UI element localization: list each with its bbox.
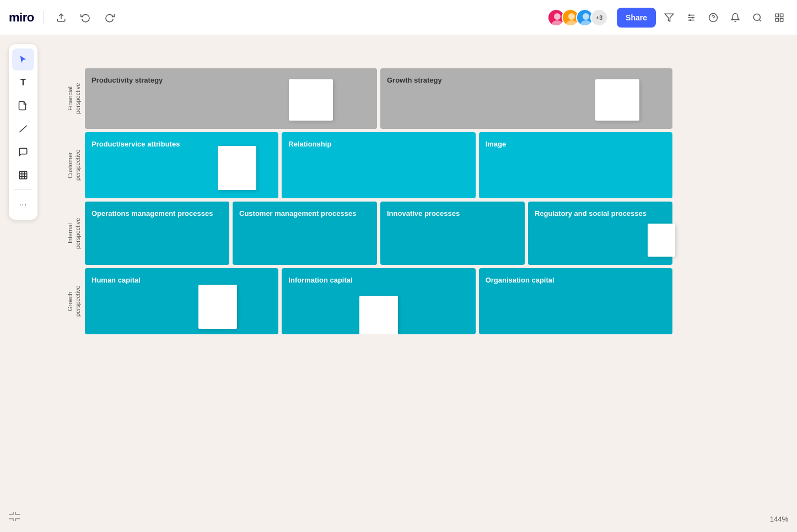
human-capital-cell[interactable]: Human capital: [85, 268, 278, 334]
svg-point-16: [753, 14, 760, 20]
expand-button[interactable]: [9, 512, 20, 523]
zoom-indicator: 144%: [770, 515, 788, 523]
avatar-extra-count: +3: [590, 9, 608, 26]
notifications-icon[interactable]: [726, 9, 744, 26]
image-title: Image: [486, 140, 507, 148]
human-capital-title: Human capital: [91, 276, 141, 284]
image-cell[interactable]: Image: [479, 132, 672, 198]
operations-cell[interactable]: Operations management processes: [85, 202, 229, 265]
expand-icon: [9, 512, 20, 521]
more-icon: ···: [19, 200, 28, 209]
financial-label: Financialperspective: [66, 68, 82, 129]
financial-row-content: Productivity strategy Growth strategy: [85, 68, 672, 129]
select-tool-button[interactable]: [12, 48, 34, 70]
customer-mgmt-title: Customer management processes: [239, 209, 356, 218]
line-icon: [18, 124, 28, 134]
regulatory-sticky: [648, 224, 675, 257]
board: Financialperspective Productivity strate…: [66, 68, 672, 334]
svg-point-13: [690, 19, 691, 21]
product-service-sticky: [218, 146, 256, 190]
undo-button[interactable]: [77, 9, 94, 26]
human-capital-sticky: [198, 285, 237, 329]
svg-point-12: [692, 17, 694, 18]
internal-label: Internalperspective: [66, 202, 82, 265]
information-capital-title: Information capital: [288, 276, 352, 284]
share-button[interactable]: Share: [617, 8, 656, 28]
growth-row: Growthperspective Human capital Informat…: [66, 268, 672, 334]
svg-marker-7: [665, 14, 674, 21]
board-menu-icon[interactable]: [771, 9, 788, 26]
innovative-title: Innovative processes: [387, 209, 460, 218]
svg-line-22: [19, 126, 27, 132]
financial-row: Financialperspective Productivity strate…: [66, 68, 672, 129]
relationship-cell[interactable]: Relationship: [282, 132, 475, 198]
internal-row-content: Operations management processes Customer…: [85, 202, 672, 265]
cursor-icon: [18, 55, 28, 64]
relationship-title: Relationship: [288, 140, 331, 148]
information-capital-cell[interactable]: Information capital: [282, 268, 475, 334]
upload-button[interactable]: [52, 9, 70, 26]
svg-point-1: [554, 13, 561, 20]
svg-point-4: [566, 20, 577, 26]
svg-rect-21: [780, 18, 783, 21]
topbar-right: +3 Share: [547, 8, 788, 28]
svg-point-6: [580, 20, 591, 26]
topbar-left: miro: [9, 9, 547, 26]
operations-title: Operations management processes: [91, 209, 213, 218]
settings-icon[interactable]: [682, 9, 700, 26]
search-icon[interactable]: [748, 9, 766, 26]
svg-point-3: [568, 13, 575, 20]
topbar: miro: [0, 0, 797, 35]
line-tool-button[interactable]: [12, 118, 34, 140]
comment-tool-button[interactable]: [12, 141, 34, 163]
product-service-title: Product/service attributes: [91, 140, 180, 148]
svg-rect-20: [776, 18, 778, 21]
sticky-icon: [18, 101, 28, 111]
help-icon[interactable]: [704, 9, 722, 26]
productivity-strategy-cell[interactable]: Productivity strategy: [85, 68, 377, 129]
svg-point-11: [689, 14, 691, 16]
product-service-cell[interactable]: Product/service attributes: [85, 132, 278, 198]
internal-row: Internalperspective Operations managemen…: [66, 202, 672, 265]
svg-line-17: [759, 19, 761, 21]
upload-icon: [56, 13, 66, 23]
topbar-divider: [43, 11, 44, 24]
svg-point-2: [552, 20, 563, 26]
filter-icon[interactable]: [660, 9, 678, 26]
regulatory-cell[interactable]: Regulatory and social processes: [528, 202, 672, 265]
growth-strategy-title: Growth strategy: [387, 76, 442, 84]
customer-row-content: Product/service attributes Relationship …: [85, 132, 672, 198]
svg-rect-18: [776, 14, 778, 17]
miro-logo: miro: [9, 10, 34, 25]
growth-strategy-sticky: [595, 79, 639, 121]
organisation-capital-title: Organisation capital: [486, 276, 554, 284]
productivity-strategy-title: Productivity strategy: [91, 76, 163, 84]
customer-mgmt-cell[interactable]: Customer management processes: [233, 202, 377, 265]
customer-label: Customerperspective: [66, 132, 82, 198]
svg-rect-19: [780, 14, 783, 17]
svg-point-5: [583, 13, 589, 20]
left-toolbar: T ···: [9, 44, 37, 220]
productivity-sticky: [289, 79, 333, 121]
svg-rect-23: [19, 171, 27, 179]
growth-row-content: Human capital Information capital Organi…: [85, 268, 672, 334]
sticky-tool-button[interactable]: [12, 95, 34, 117]
canvas[interactable]: Financialperspective Productivity strate…: [0, 35, 797, 532]
innovative-cell[interactable]: Innovative processes: [380, 202, 525, 265]
collaborator-avatars: +3: [547, 9, 608, 26]
frame-icon: [18, 170, 28, 180]
comment-icon: [18, 147, 28, 157]
more-tools-button[interactable]: ···: [12, 193, 34, 215]
regulatory-title: Regulatory and social processes: [535, 209, 647, 218]
undo-icon: [80, 13, 90, 23]
customer-row: Customerperspective Product/service attr…: [66, 132, 672, 198]
growth-strategy-cell[interactable]: Growth strategy: [380, 68, 672, 129]
redo-button[interactable]: [101, 9, 119, 26]
text-icon: T: [20, 78, 26, 88]
toolbar-divider: [14, 189, 32, 190]
bsc-container: Financialperspective Productivity strate…: [66, 68, 672, 334]
frame-tool-button[interactable]: [12, 164, 34, 186]
organisation-capital-cell[interactable]: Organisation capital: [479, 268, 672, 334]
redo-icon: [105, 13, 115, 23]
text-tool-button[interactable]: T: [12, 72, 34, 94]
